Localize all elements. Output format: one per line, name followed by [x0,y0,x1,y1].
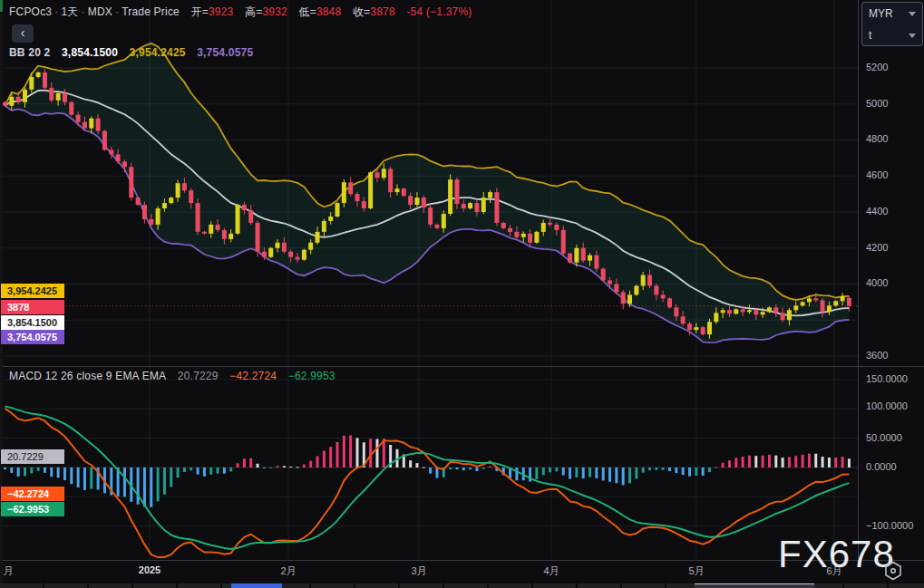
candle-body [541,223,546,232]
macd-histogram-bar [675,468,677,473]
candle-body [414,198,419,205]
macd-histogram-bar [137,468,140,505]
candle-body [647,275,652,286]
macd-histogram-bar [462,468,465,470]
candle-body [394,188,399,192]
candle-body [481,198,486,212]
candle-body [634,285,638,294]
time-label: 3月 [411,564,426,578]
time-axis[interactable]: 12月20252月3月4月5月6月 [0,561,858,583]
price-axis[interactable]: 52005000480046004400420040003600150.0000… [859,0,924,560]
time-label: 2月 [280,564,296,578]
macd-signal-badge: −62.9953 [1,502,64,516]
candle-body [36,72,41,77]
legend-separator: · [112,5,122,18]
macd-histogram-bar [163,468,166,495]
macd-histogram-bar [329,447,332,468]
candle-body [89,119,93,129]
macd-histogram-bar [774,456,777,468]
macd-histogram-bar [542,468,545,475]
back-button[interactable]: ‹ [12,24,34,43]
close-label: 收= [353,5,370,18]
candle-body [821,300,825,312]
macd-histogram-bar [695,468,697,476]
candle-body [308,243,313,250]
candle-body [388,169,393,192]
chart-surface[interactable] [0,0,924,588]
candle-body [454,179,459,204]
candle-body [767,307,772,312]
candle-body [49,88,53,101]
candle-body [43,72,47,88]
candle-body [714,313,718,322]
candle-body [63,93,67,102]
candle-body [448,179,452,214]
candle-body [362,201,366,208]
macd-histogram-bar [197,468,199,475]
candle-body [156,208,160,225]
candle-body [521,234,526,237]
bb-indicator-label[interactable]: BB [9,46,25,59]
macd-histogram-bar [622,468,625,485]
interval-label[interactable]: 1天 [61,5,78,18]
macd-histogram-bar [343,436,345,468]
candle-body [754,310,758,314]
macd-histogram-bar [44,468,46,473]
macd-histogram-bar [608,468,611,482]
candle-body [734,309,738,313]
candle-body [322,221,326,232]
macd-histogram-bar [682,468,685,475]
candle-body [296,257,300,260]
symbol-name[interactable]: FCPOc3 [9,5,52,18]
candle-body [162,203,167,208]
bb-lower-price-badge: 3,754.0575 [1,330,64,344]
macd-histogram-bar [143,468,146,506]
candle-body [408,196,413,205]
macd-histogram-bar [355,438,358,468]
macd-histogram-bar [754,456,757,468]
macd-histogram-bar [83,468,86,490]
taskbar-strip[interactable] [0,583,924,588]
macd-histogram-bar [257,464,259,468]
taskbar-highlight-segment[interactable] [695,583,814,588]
candle-body [574,248,579,263]
macd-histogram-bar [814,454,817,468]
candle-body [382,169,386,178]
candle-body [276,243,280,248]
macd-histogram-bar [489,467,491,468]
macd-histogram-bar [628,468,631,483]
legend-separator: · [79,5,88,18]
candle-body [176,183,180,198]
macd-histogram-bar [4,468,6,469]
taskbar-active-segment[interactable] [231,583,282,588]
axis-tick-label: 4200 [866,242,888,253]
candle-body [122,161,127,167]
candle-body [116,154,121,161]
macd-histogram-bar [70,468,73,484]
axis-tick-label: 4000 [866,277,888,288]
candle-body [16,97,21,102]
candle-body [654,285,658,294]
macd-histogram-bar [688,468,691,477]
macd-histogram-bar [722,463,725,468]
macd-indicator-label[interactable]: MACD [9,370,42,382]
candle-body [374,172,379,178]
macd-histogram-bar [562,468,565,476]
macd-histogram-bar [223,468,226,474]
bb-legend-row: BB 20 2 3,854.1500 3,954.2425 3,754.0575 [9,46,253,59]
macd-histogram-bar [77,468,80,487]
currency-select[interactable]: MYR [862,3,922,24]
candle-body [588,255,592,261]
currency-select-value: MYR [869,7,893,20]
candle-body [248,210,253,223]
candle-body [641,275,646,286]
macd-histogram-bar [50,468,53,477]
axis-tick-label: −100.0000 [866,520,913,531]
low-value: 3848 [316,5,342,18]
candle-body [494,192,499,223]
macd-histogram-bar [808,454,811,468]
macd-histogram-bar [449,468,452,469]
macd-histogram-bar [316,456,319,468]
unit-select[interactable]: t [862,24,922,46]
candle-body [56,93,61,101]
